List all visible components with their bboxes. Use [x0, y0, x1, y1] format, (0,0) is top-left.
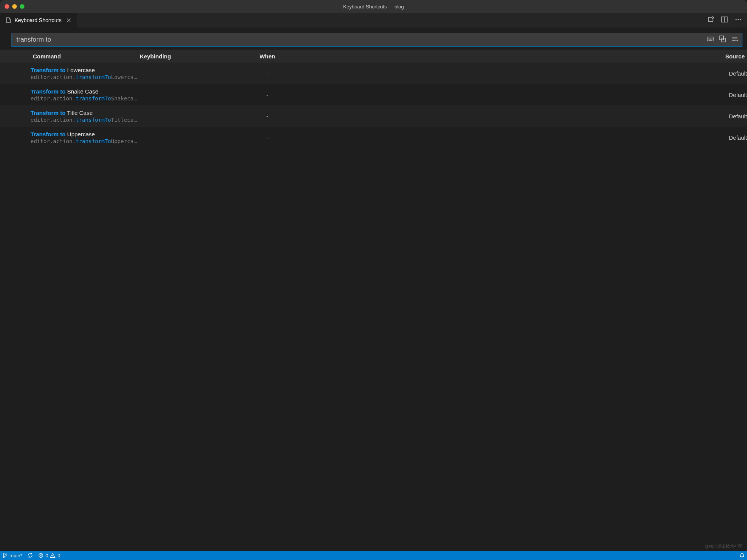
notifications-button[interactable] [739, 553, 745, 558]
command-id: editor.action.transformToTitleca… [31, 117, 137, 123]
table-row[interactable]: Transform to Uppercase editor.action.tra… [0, 127, 747, 148]
tabbar: Keyboard Shortcuts [0, 13, 747, 27]
command-id: editor.action.transformToUpperca… [31, 138, 137, 144]
sync-button[interactable] [27, 553, 33, 558]
keyboard-shortcuts-editor: Command Keybinding When Source Transform… [0, 27, 747, 551]
split-editor-icon[interactable] [721, 16, 728, 24]
svg-point-8 [3, 557, 4, 558]
sort-precedence-icon[interactable] [719, 36, 726, 44]
file-icon [5, 17, 11, 23]
statusbar: main* 0 0 [0, 551, 747, 560]
when-cell: - [206, 113, 328, 119]
col-source[interactable]: Source [709, 53, 747, 60]
search-input[interactable] [12, 36, 707, 44]
tab-keyboard-shortcuts[interactable]: Keyboard Shortcuts [0, 13, 77, 27]
when-cell: - [206, 92, 328, 98]
command-id: editor.action.transformToLowerca… [31, 74, 137, 80]
command-title: Transform to Snake Case [31, 88, 137, 95]
col-keybinding[interactable]: Keybinding [137, 53, 206, 60]
git-branch[interactable]: main* [2, 553, 22, 558]
record-keys-icon[interactable] [707, 36, 714, 44]
open-json-icon[interactable] [707, 16, 714, 24]
col-command[interactable]: Command [31, 53, 137, 60]
tab-label: Keyboard Shortcuts [15, 17, 61, 23]
svg-point-3 [740, 19, 741, 20]
warning-count: 0 [57, 553, 60, 558]
close-icon[interactable] [66, 18, 71, 23]
keybinding-table: Command Keybinding When Source Transform… [0, 50, 747, 148]
clear-search-icon[interactable] [731, 36, 738, 44]
source-cell: Default [709, 70, 747, 77]
window-title: Keyboard Shortcuts — blog [0, 4, 747, 10]
branch-name: main* [10, 553, 22, 558]
when-cell: - [206, 70, 328, 77]
svg-point-9 [6, 554, 7, 555]
maximize-window-button[interactable] [20, 4, 24, 9]
source-cell: Default [709, 92, 747, 98]
close-window-button[interactable] [5, 4, 9, 9]
command-id: editor.action.transformToSnakeca… [31, 95, 137, 102]
table-header: Command Keybinding When Source [0, 50, 747, 63]
when-cell: - [206, 134, 328, 141]
search-box[interactable] [11, 33, 742, 47]
command-title: Transform to Title Case [31, 110, 137, 116]
table-row[interactable]: Transform to Title Case editor.action.tr… [0, 105, 747, 127]
table-row[interactable]: Transform to Lowercase editor.action.tra… [0, 63, 747, 84]
window-controls [5, 4, 24, 9]
svg-point-2 [738, 19, 739, 20]
editor-actions [707, 13, 747, 27]
command-title: Transform to Lowercase [31, 67, 137, 73]
svg-point-7 [3, 553, 4, 554]
svg-point-1 [736, 19, 737, 20]
more-actions-icon[interactable] [735, 16, 742, 24]
minimize-window-button[interactable] [12, 4, 17, 9]
titlebar: Keyboard Shortcuts — blog [0, 0, 747, 13]
problems[interactable]: 0 0 [38, 553, 60, 558]
table-row[interactable]: Transform to Snake Case editor.action.tr… [0, 84, 747, 105]
col-when[interactable]: When [206, 53, 328, 60]
source-cell: Default [709, 134, 747, 141]
error-count: 0 [45, 553, 48, 558]
source-cell: Default [709, 113, 747, 119]
command-title: Transform to Uppercase [31, 131, 137, 137]
